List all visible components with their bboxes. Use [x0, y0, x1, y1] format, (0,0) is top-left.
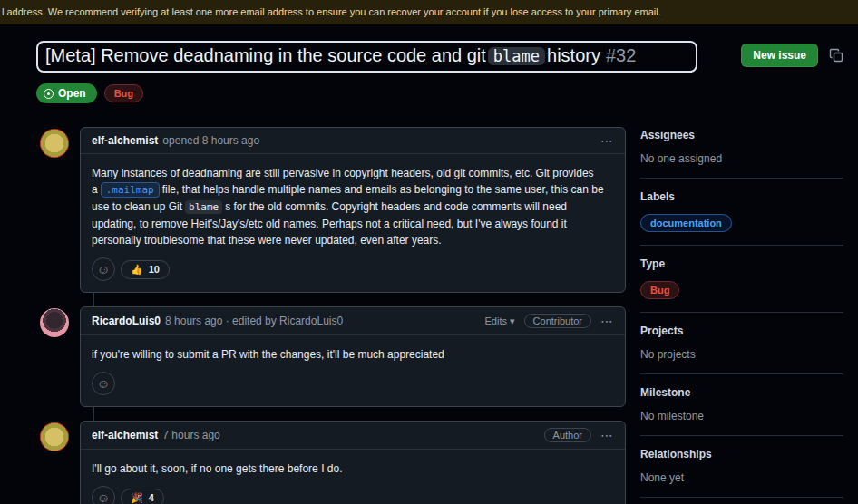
type-title: Type — [640, 257, 843, 270]
comment-author[interactable]: elf-alchemist — [92, 134, 158, 147]
projects-title: Projects — [640, 325, 843, 337]
email-verification-banner: l address. We recommend verifying at lea… — [0, 0, 858, 24]
thumbs-up-reaction[interactable]: 👍 10 — [121, 260, 170, 279]
projects-value: No projects — [640, 348, 843, 361]
issue-title-text-2: history — [547, 45, 600, 65]
comment-body: I'll go about it, soon, if no one gets t… — [81, 450, 625, 480]
milestone-value: No milestone — [640, 410, 843, 422]
smiley-icon: ☺ — [97, 490, 110, 504]
thumbs-up-emoji: 👍 — [131, 264, 143, 276]
reactions-row: ☺ 🎉 4 — [81, 480, 625, 504]
avatar[interactable] — [40, 308, 69, 337]
relationships-value: None yet — [640, 471, 843, 484]
issue-opened-icon — [44, 89, 54, 99]
add-reaction-button[interactable]: ☺ — [92, 257, 115, 281]
comment-meta: 8 hours ago · edited by RicardoLuis0 — [165, 315, 343, 327]
smiley-icon: ☺ — [97, 376, 110, 391]
issue-title: [Meta] Remove deadnaming in the source c… — [45, 45, 688, 66]
open-status-label: Open — [58, 87, 86, 100]
reaction-count: 10 — [149, 264, 160, 275]
comment-meta: 7 hours ago — [162, 429, 219, 441]
comment-elf-alchemist-2: elf-alchemist 7 hours ago Author ⋯ I'll … — [36, 421, 626, 504]
relationships-section[interactable]: Relationships None yet — [640, 446, 843, 498]
open-status-badge[interactable]: Open — [36, 83, 97, 103]
type-bug-pill[interactable]: Bug — [640, 281, 679, 299]
comment-header: RicardoLuis0 8 hours ago · edited by Ric… — [81, 307, 625, 335]
smiley-icon: ☺ — [97, 262, 110, 276]
copy-icon[interactable] — [829, 48, 843, 63]
milestone-section[interactable]: Milestone No milestone — [640, 384, 843, 436]
assignees-section[interactable]: Assignees No one assigned — [640, 127, 843, 179]
banner-text: l address. We recommend verifying at lea… — [2, 6, 661, 17]
author-badge: Author — [544, 428, 591, 442]
avatar[interactable] — [40, 422, 69, 451]
comment-ricardoluis0: RicardoLuis0 8 hours ago · edited by Ric… — [36, 306, 626, 407]
relationships-title: Relationships — [640, 448, 843, 460]
mailmap-code-link[interactable]: .mailmap — [101, 182, 160, 198]
party-emoji: 🎉 — [131, 492, 143, 504]
header-actions: New issue — [741, 41, 843, 67]
projects-section[interactable]: Projects No projects — [640, 323, 843, 374]
reactions-row: ☺ 👍 10 — [81, 252, 625, 292]
comment-body: Many instances of deadnaming are still p… — [81, 154, 625, 252]
issue-title-code: blame — [488, 47, 545, 65]
issue-timeline: elf-alchemist opened 8 hours ago ⋯ Many … — [36, 127, 626, 504]
comment-text: if you're willing to submit a PR with th… — [92, 348, 444, 361]
type-badge-bug[interactable]: Bug — [104, 84, 143, 102]
kebab-menu-icon[interactable]: ⋯ — [600, 316, 614, 325]
issue-header: [Meta] Remove deadnaming in the source c… — [36, 41, 843, 103]
add-reaction-button[interactable]: ☺ — [92, 486, 115, 504]
comment-header: elf-alchemist 7 hours ago Author ⋯ — [81, 422, 625, 450]
issue-page: [Meta] Remove deadnaming in the source c… — [0, 24, 858, 504]
assignees-title: Assignees — [640, 129, 843, 141]
kebab-menu-icon[interactable]: ⋯ — [600, 431, 614, 440]
add-reaction-button[interactable]: ☺ — [92, 372, 115, 395]
assignees-value: No one assigned — [640, 152, 843, 165]
labels-title: Labels — [640, 190, 843, 203]
comment-meta: opened 8 hours ago — [162, 134, 259, 147]
kebab-menu-icon[interactable]: ⋯ — [600, 136, 614, 145]
issue-number: #32 — [606, 45, 636, 65]
comment-author[interactable]: elf-alchemist — [92, 429, 158, 441]
comment-body: if you're willing to submit a PR with th… — [81, 335, 625, 366]
contributor-badge: Contributor — [524, 314, 591, 328]
new-issue-button[interactable]: New issue — [741, 44, 818, 67]
status-badges-row: Open Bug — [36, 83, 843, 103]
edits-dropdown[interactable]: Edits ▾ — [485, 315, 515, 327]
issue-title-box[interactable]: [Meta] Remove deadnaming in the source c… — [36, 41, 697, 73]
milestone-title: Milestone — [640, 386, 843, 399]
issue-title-text: [Meta] Remove deadnaming in the source c… — [45, 45, 486, 65]
comment-elf-alchemist-1: elf-alchemist opened 8 hours ago ⋯ Many … — [36, 127, 626, 293]
comment-author[interactable]: RicardoLuis0 — [92, 315, 161, 327]
avatar[interactable] — [40, 129, 69, 158]
labels-section[interactable]: Labels documentation — [640, 189, 843, 246]
reaction-count: 4 — [149, 492, 154, 503]
label-documentation[interactable]: documentation — [640, 214, 732, 232]
type-section[interactable]: Type Bug — [640, 256, 843, 313]
comment-header: elf-alchemist opened 8 hours ago ⋯ — [81, 128, 625, 154]
reactions-row: ☺ — [81, 366, 625, 406]
party-reaction[interactable]: 🎉 4 — [121, 489, 164, 504]
comment-text: I'll go about it, soon, if no one gets t… — [92, 462, 342, 475]
blame-code-chip: blame — [185, 200, 222, 214]
issue-sidebar: Assignees No one assigned Labels documen… — [640, 127, 843, 504]
